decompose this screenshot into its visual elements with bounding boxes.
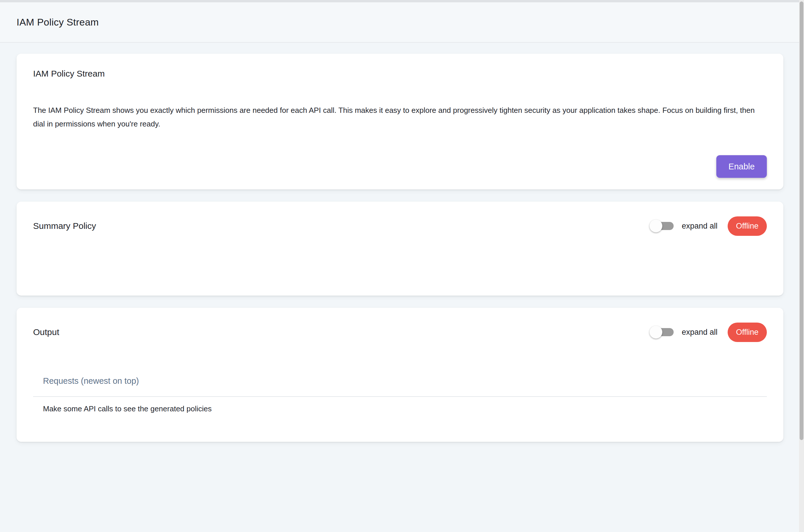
scrollbar[interactable] — [799, 0, 804, 532]
page-title: IAM Policy Stream — [17, 17, 99, 28]
output-card: Output expand all Offline Requests (newe… — [17, 308, 783, 442]
page-header: IAM Policy Stream — [0, 2, 804, 43]
summary-policy-header-row: Summary Policy expand all Offline — [33, 214, 767, 238]
output-title: Output — [33, 327, 59, 337]
toggle-knob — [650, 326, 662, 339]
toggle-knob — [650, 220, 662, 232]
requests-divider — [33, 396, 767, 397]
summary-policy-title: Summary Policy — [33, 221, 96, 231]
intro-card: IAM Policy Stream The IAM Policy Stream … — [17, 54, 783, 189]
summary-policy-card: Summary Policy expand all Offline — [17, 202, 783, 296]
output-controls: expand all Offline — [650, 323, 767, 342]
main-content: IAM Policy Stream The IAM Policy Stream … — [0, 43, 804, 442]
output-header-row: Output expand all Offline — [33, 321, 767, 344]
intro-card-title: IAM Policy Stream — [33, 69, 767, 79]
intro-card-description: The IAM Policy Stream shows you exactly … — [33, 103, 767, 131]
requests-section: Requests (newest on top) Make some API c… — [33, 376, 767, 413]
summary-expand-toggle[interactable] — [650, 219, 675, 233]
requests-heading: Requests (newest on top) — [43, 376, 767, 386]
intro-card-actions: Enable — [33, 155, 767, 178]
window-top-strip — [0, 0, 804, 2]
output-expand-all-label: expand all — [682, 328, 717, 337]
summary-status-badge: Offline — [728, 216, 767, 236]
summary-policy-controls: expand all Offline — [650, 216, 767, 236]
output-expand-toggle[interactable] — [650, 325, 675, 339]
requests-empty-message: Make some API calls to see the generated… — [43, 404, 767, 413]
summary-expand-all-label: expand all — [682, 222, 717, 231]
output-status-badge: Offline — [728, 323, 767, 342]
scrollbar-thumb[interactable] — [800, 1, 803, 440]
enable-button[interactable]: Enable — [716, 155, 767, 178]
